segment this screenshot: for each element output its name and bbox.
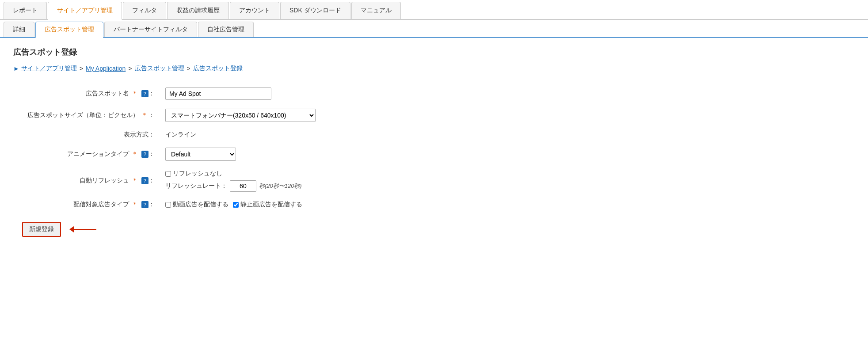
- sub-tab-ad-spot[interactable]: 広告スポット管理: [35, 22, 103, 38]
- animation-type-row: アニメーションタイプ ＊ ?： Default None Fade Slide: [22, 143, 321, 165]
- breadcrumb-site-app[interactable]: サイト／アプリ管理: [21, 65, 77, 72]
- required-mark-refresh: ＊: [132, 177, 138, 184]
- refresh-rate-input[interactable]: [230, 180, 256, 192]
- required-mark-adtype: ＊: [132, 201, 138, 208]
- tab-report[interactable]: レポート: [4, 2, 47, 19]
- breadcrumb-ad-spot-mgmt[interactable]: 広告スポット管理: [135, 65, 184, 72]
- arrow-indicator: [70, 229, 96, 230]
- refresh-rate-row: リフレッシュレート： 秒(20秒〜120秒): [165, 180, 316, 192]
- video-ad-label[interactable]: 動画広告を配信する: [165, 201, 228, 209]
- breadcrumb-sep-1: >: [80, 65, 83, 72]
- display-type-value: インライン: [160, 126, 321, 143]
- sub-tab-own-ad[interactable]: 自社広告管理: [198, 22, 254, 37]
- refresh-rate-label: リフレッシュレート：: [165, 182, 227, 190]
- tab-filter[interactable]: フィルタ: [123, 2, 166, 19]
- breadcrumb-sep-2: >: [128, 65, 132, 72]
- tab-sdk[interactable]: SDK ダウンロード: [280, 2, 350, 19]
- no-refresh-checkbox[interactable]: [165, 171, 171, 177]
- tab-manual[interactable]: マニュアル: [351, 2, 401, 19]
- static-ad-label[interactable]: 静止画広告を配信する: [233, 201, 302, 209]
- ad-type-label: 配信対象広告タイプ ＊ ?：: [22, 196, 160, 213]
- tab-site-app[interactable]: サイト／アプリ管理: [48, 2, 122, 20]
- ad-type-checkboxes: 動画広告を配信する 静止画広告を配信する: [165, 201, 316, 209]
- breadcrumb-sep-3: >: [187, 65, 190, 72]
- help-icon-name[interactable]: ?: [141, 90, 148, 97]
- page-title: 広告スポット登録: [13, 47, 855, 57]
- animation-type-value: Default None Fade Slide: [160, 143, 321, 165]
- ad-spot-name-input[interactable]: [165, 87, 271, 100]
- submit-button[interactable]: 新規登録: [22, 222, 61, 237]
- submit-area: 新規登録: [22, 222, 855, 237]
- video-ad-checkbox[interactable]: [165, 202, 171, 208]
- ad-spot-size-value: スマートフォンバナー(320x50 / 640x100) バナー(320x50)…: [160, 104, 321, 126]
- refresh-options: リフレッシュなし リフレッシュレート： 秒(20秒〜120秒): [165, 170, 316, 192]
- display-type-row: 表示方式： インライン: [22, 126, 321, 143]
- ad-spot-name-row: 広告スポット名 ＊ ?：: [22, 83, 321, 104]
- breadcrumb-my-app[interactable]: My Application: [86, 65, 126, 72]
- ad-spot-size-row: 広告スポットサイズ（単位：ピクセル） ＊： スマートフォンバナー(320x50 …: [22, 104, 321, 126]
- ad-spot-size-select[interactable]: スマートフォンバナー(320x50 / 640x100) バナー(320x50)…: [165, 109, 316, 122]
- required-mark-name: ＊: [132, 90, 138, 97]
- help-icon-anim[interactable]: ?: [141, 151, 148, 158]
- refresh-hint: 秒(20秒〜120秒): [259, 182, 302, 190]
- required-mark-anim: ＊: [132, 150, 138, 157]
- no-refresh-label[interactable]: リフレッシュなし: [165, 170, 316, 178]
- tab-revenue[interactable]: 収益の請求履歴: [167, 2, 229, 19]
- help-icon-refresh[interactable]: ?: [141, 177, 148, 184]
- help-icon-adtype[interactable]: ?: [141, 201, 148, 208]
- breadcrumb: ► サイト／アプリ管理 > My Application > 広告スポット管理 …: [13, 65, 855, 72]
- display-type-label: 表示方式：: [22, 126, 160, 143]
- top-navigation: レポート サイト／アプリ管理 フィルタ 収益の請求履歴 アカウント SDK ダウ…: [0, 0, 868, 20]
- ad-type-row: 配信対象広告タイプ ＊ ?： 動画広告を配信する 静止画広告を配信する: [22, 196, 321, 213]
- registration-form: 広告スポット名 ＊ ?： 広告スポットサイズ（単位：ピクセル） ＊： スマートフ…: [22, 83, 321, 213]
- auto-refresh-row: 自動リフレッシュ ＊ ?： リフレッシュなし リフレッシュレート： 秒(20秒〜: [22, 165, 321, 196]
- page-content: 広告スポット登録 ► サイト／アプリ管理 > My Application > …: [0, 38, 868, 246]
- ad-spot-name-value: [160, 83, 321, 104]
- animation-type-select[interactable]: Default None Fade Slide: [165, 148, 236, 161]
- arrow-line-icon: [70, 229, 96, 230]
- auto-refresh-label: 自動リフレッシュ ＊ ?：: [22, 165, 160, 196]
- sub-tab-partner-filter[interactable]: パートナーサイトフィルタ: [104, 22, 197, 37]
- auto-refresh-value: リフレッシュなし リフレッシュレート： 秒(20秒〜120秒): [160, 165, 321, 196]
- sub-navigation: 詳細 広告スポット管理 パートナーサイトフィルタ 自社広告管理: [0, 20, 868, 38]
- breadcrumb-arrow-icon: ►: [13, 65, 19, 72]
- ad-spot-size-label: 広告スポットサイズ（単位：ピクセル） ＊：: [22, 104, 160, 126]
- tab-account[interactable]: アカウント: [230, 2, 279, 19]
- breadcrumb-ad-spot-reg[interactable]: 広告スポット登録: [193, 65, 243, 72]
- ad-type-value: 動画広告を配信する 静止画広告を配信する: [160, 196, 321, 213]
- sub-tab-detail[interactable]: 詳細: [4, 22, 34, 37]
- ad-spot-name-label: 広告スポット名 ＊ ?：: [22, 83, 160, 104]
- required-mark-size: ＊: [141, 111, 148, 118]
- animation-type-label: アニメーションタイプ ＊ ?：: [22, 143, 160, 165]
- static-ad-checkbox[interactable]: [233, 202, 239, 208]
